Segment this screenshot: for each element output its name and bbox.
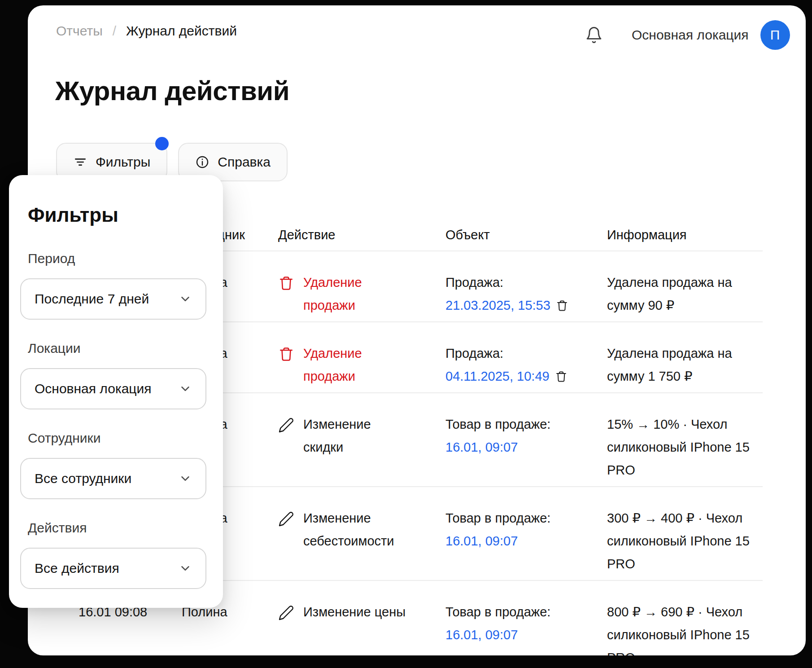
cell-employee: Полина [182,601,278,655]
cell-action: Удаление продажи [278,342,445,388]
filter-group: Сотрудники Все сотрудники [20,430,206,499]
chevron-down-icon [179,562,192,575]
filter-group-label: Локации [28,340,206,356]
action-label: Удаление продажи [303,271,413,317]
filters-panel-groups: Период Последние 7 дней Локации Основная… [20,250,206,589]
filter-select[interactable]: Последние 7 дней [20,278,206,320]
chevron-down-icon [179,382,192,396]
chevron-down-icon [179,472,192,485]
cell-object: Продажа: 04.11.2025, 10:49 [445,342,607,388]
filters-panel: Фильтры Период Последние 7 дней Локации … [9,175,223,608]
object-label: Продажа: [445,271,607,294]
filter-select-value: Все действия [35,561,119,576]
cell-date: 16.01 09:08 [79,601,182,655]
filter-group: Период Последние 7 дней [20,250,206,320]
help-button-label: Справка [218,154,271,170]
cell-action: Удаление продажи [278,271,445,317]
topbar-right: Основная локация П [585,20,790,50]
object-label: Товар в продаже: [445,413,607,436]
action-label: Изменение себестоимости [303,507,413,576]
info-icon [195,155,210,169]
action-label: Изменение цены [303,601,406,655]
chevron-down-icon [179,292,192,306]
cell-object: Продажа: 21.03.2025, 15:53 [445,271,607,317]
deleted-trash-icon [556,299,568,312]
filter-group-label: Действия [28,520,206,536]
cell-info: 15% → 10% · Чехол силиконовый IPhone 15 … [607,413,763,482]
table-column-header: Объект [445,228,607,250]
object-label: Продажа: [445,342,607,365]
bell-icon[interactable] [585,26,603,44]
cell-object: Товар в продаже: 16.01, 09:07 [445,413,607,482]
filter-select-value: Все сотрудники [35,471,131,486]
breadcrumb-section[interactable]: Отчеты [56,23,103,39]
cell-action: Изменение себестоимости [278,507,445,576]
trash-icon [278,275,294,291]
pencil-icon [278,605,294,621]
cell-object: Товар в продаже: 16.01, 09:07 [445,601,607,655]
filter-icon [73,155,87,169]
trash-icon [278,346,294,362]
filters-button-label: Фильтры [96,154,150,170]
filter-select-value: Последние 7 дней [35,291,149,307]
object-date-link[interactable]: 16.01, 09:07 [445,624,518,646]
filters-panel-title: Фильтры [28,204,206,226]
cell-object: Товар в продаже: 16.01, 09:07 [445,507,607,576]
pencil-icon [278,417,294,433]
breadcrumb-separator: / [113,23,116,39]
object-date-link[interactable]: 04.11.2025, 10:49 [445,365,550,388]
filter-group-label: Период [28,250,206,267]
object-date-link[interactable]: 16.01, 09:07 [445,436,518,459]
filter-group: Действия Все действия [20,520,206,589]
cell-info: Удалена продажа на сумму 1 750 ₽ [607,342,763,388]
filter-group-label: Сотрудники [28,430,206,446]
cell-action: Изменение цены [278,601,445,655]
avatar[interactable]: П [760,20,790,50]
deleted-trash-icon [555,370,568,383]
object-date-link[interactable]: 21.03.2025, 15:53 [445,294,550,317]
filter-group: Локации Основная локация [20,340,206,409]
breadcrumb: Отчеты / Журнал действий [56,23,237,39]
pencil-icon [278,511,294,527]
cell-action: Изменение скидки [278,413,445,482]
filter-select[interactable]: Основная локация [20,368,206,409]
object-label: Товар в продаже: [445,601,607,624]
action-label: Удаление продажи [303,342,413,388]
page-title: Журнал действий [55,76,289,106]
filters-active-badge [155,137,169,150]
filter-select[interactable]: Все действия [20,548,206,589]
table-column-header: Информация [607,228,763,250]
filter-select-value: Основная локация [35,381,152,396]
object-date-link[interactable]: 16.01, 09:07 [445,530,518,553]
location-switcher[interactable]: Основная локация [632,27,749,43]
cell-info: 800 ₽ → 690 ₽ · Чехол силиконовый IPhone… [607,601,763,655]
filter-select[interactable]: Все сотрудники [20,458,206,499]
cell-info: 300 ₽ → 400 ₽ · Чехол силиконовый IPhone… [607,507,763,576]
table-column-header: Действие [278,228,445,250]
cell-info: Удалена продажа на сумму 90 ₽ [607,271,763,317]
action-label: Изменение скидки [303,413,413,482]
breadcrumb-current: Журнал действий [126,23,237,39]
object-label: Товар в продаже: [445,507,607,530]
